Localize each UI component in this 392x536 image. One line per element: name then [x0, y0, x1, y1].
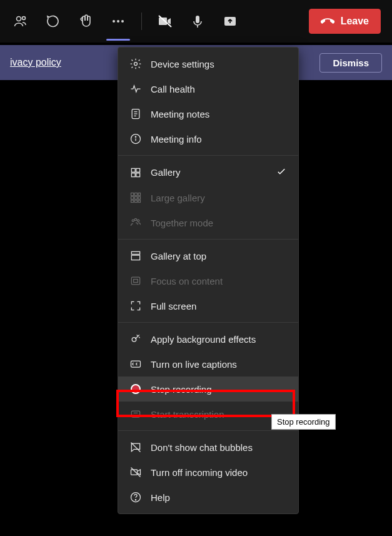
svg-rect-34 — [131, 255, 139, 260]
menu-meeting-notes[interactable]: Meeting notes — [118, 101, 298, 126]
svg-rect-17 — [131, 168, 135, 172]
menu-full-screen[interactable]: Full screen — [118, 293, 298, 318]
svg-rect-27 — [131, 200, 134, 202]
info-icon — [129, 133, 142, 145]
menu-label: Large gallery — [151, 193, 205, 203]
chat-off-icon — [129, 441, 142, 453]
menu-meeting-info[interactable]: Meeting info — [118, 126, 298, 151]
menu-label: Turn on live captions — [151, 359, 237, 370]
menu-gallery-top[interactable]: Gallery at top — [118, 243, 298, 268]
svg-point-0 — [17, 17, 21, 21]
menu-device-settings[interactable]: Device settings — [118, 51, 298, 76]
svg-rect-23 — [138, 193, 140, 196]
menu-label: Meeting notes — [151, 109, 209, 119]
svg-rect-26 — [138, 196, 140, 199]
gear-icon — [129, 58, 142, 70]
menu-label: Device settings — [151, 59, 214, 69]
menu-chat-bubbles[interactable]: Don't show chat bubbles — [118, 435, 298, 460]
video-off-icon — [129, 466, 142, 478]
captions-icon — [129, 358, 142, 370]
menu-label: Call health — [151, 84, 195, 94]
svg-rect-20 — [136, 173, 140, 176]
more-actions-icon[interactable] — [109, 12, 128, 31]
svg-point-4 — [121, 20, 124, 23]
svg-rect-22 — [134, 193, 137, 196]
svg-point-3 — [117, 20, 119, 23]
svg-rect-6 — [196, 16, 199, 23]
menu-separator — [118, 155, 298, 156]
pulse-icon — [129, 83, 142, 95]
menu-separator — [118, 430, 298, 431]
leave-button[interactable]: Leave — [309, 9, 381, 34]
svg-rect-39 — [131, 411, 139, 417]
help-icon — [129, 491, 142, 503]
menu-call-health[interactable]: Call health — [118, 76, 298, 101]
large-grid-icon — [129, 191, 142, 204]
menu-label: Help — [151, 492, 170, 503]
menu-separator — [118, 239, 298, 240]
svg-point-1 — [23, 17, 26, 20]
effects-icon — [129, 333, 142, 345]
notes-icon — [129, 108, 142, 120]
svg-point-31 — [134, 218, 136, 220]
svg-point-46 — [135, 500, 136, 500]
menu-incoming-video[interactable]: Turn off incoming video — [118, 460, 298, 485]
menu-label: Gallery — [151, 167, 181, 178]
svg-line-44 — [131, 468, 141, 477]
people-icon[interactable] — [11, 12, 30, 31]
menu-background-effects[interactable]: Apply background effects — [118, 326, 298, 351]
chat-icon[interactable] — [44, 12, 63, 31]
svg-rect-35 — [131, 277, 139, 285]
menu-stop-recording[interactable]: Stop recording — [118, 377, 298, 402]
privacy-policy-link[interactable]: ivacy policy — [10, 57, 61, 68]
reactions-icon[interactable] — [76, 12, 95, 31]
svg-rect-19 — [131, 173, 135, 176]
menu-separator — [118, 322, 298, 323]
camera-off-icon[interactable] — [156, 12, 174, 31]
record-icon — [129, 383, 142, 395]
menu-gallery[interactable]: Gallery — [118, 159, 298, 185]
svg-rect-25 — [134, 196, 137, 199]
menu-label: Gallery at top — [151, 251, 206, 261]
menu-help[interactable]: Help — [118, 485, 298, 510]
menu-live-captions[interactable]: Turn on live captions — [118, 351, 298, 377]
svg-rect-21 — [131, 193, 134, 196]
svg-rect-24 — [131, 196, 134, 199]
menu-label: Start transcription — [151, 409, 224, 420]
grid-icon — [129, 166, 142, 179]
toolbar-divider — [141, 13, 142, 30]
menu-label: Don't show chat bubbles — [151, 442, 253, 453]
dismiss-button[interactable]: Dismiss — [319, 53, 382, 73]
svg-rect-33 — [131, 251, 139, 254]
svg-point-30 — [132, 220, 134, 221]
gallery-top-icon — [129, 250, 142, 262]
svg-rect-29 — [138, 200, 140, 202]
svg-rect-18 — [136, 168, 140, 172]
menu-label: Meeting info — [151, 134, 202, 144]
svg-point-16 — [135, 136, 136, 137]
menu-label: Stop recording — [151, 384, 212, 395]
together-icon — [129, 216, 142, 229]
mic-icon[interactable] — [188, 12, 207, 31]
menu-label: Focus on content — [151, 276, 223, 286]
menu-focus-content: Focus on content — [118, 268, 298, 293]
share-screen-icon[interactable] — [221, 12, 239, 31]
menu-label: Turn off incoming video — [151, 467, 248, 478]
more-actions-menu: Device settings Call health Meeting note… — [118, 47, 299, 514]
focus-icon — [129, 275, 142, 287]
svg-point-2 — [113, 20, 115, 23]
menu-label: Full screen — [151, 301, 196, 311]
svg-rect-28 — [134, 200, 137, 202]
transcription-icon — [129, 408, 142, 420]
svg-point-9 — [134, 63, 138, 66]
tooltip: Stop recording — [271, 414, 336, 430]
fullscreen-icon — [129, 300, 142, 312]
menu-together-mode: Together mode — [118, 210, 298, 235]
check-icon — [276, 166, 287, 179]
meeting-toolbar: Leave — [0, 0, 392, 43]
svg-rect-36 — [134, 280, 138, 283]
menu-large-gallery: Large gallery — [118, 185, 298, 210]
menu-label: Together mode — [151, 218, 213, 228]
leave-label: Leave — [341, 16, 369, 27]
svg-point-32 — [138, 220, 139, 221]
